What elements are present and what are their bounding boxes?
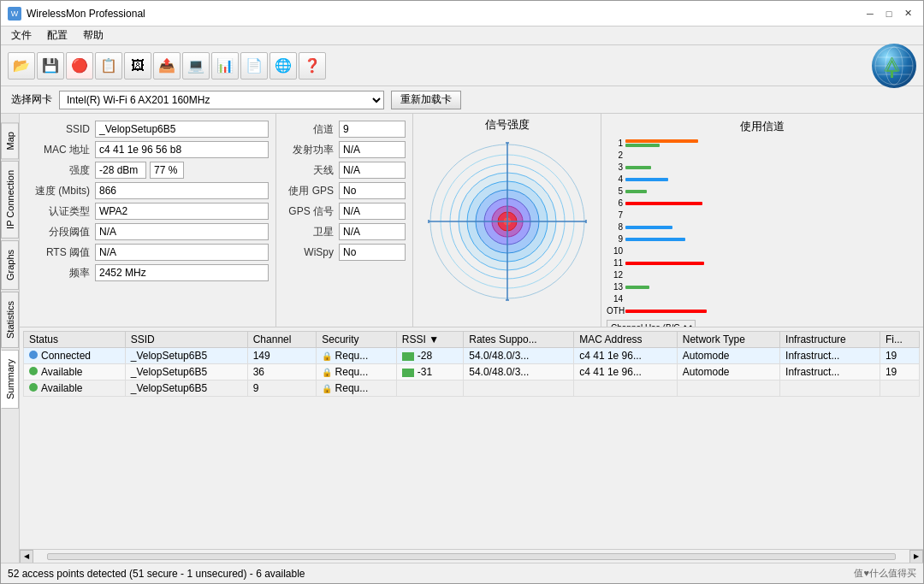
nic-row: 选择网卡 Intel(R) Wi-Fi 6 AX201 160MHz 重新加载卡 bbox=[1, 86, 923, 114]
power-row: 发射功率 N/A bbox=[283, 141, 406, 158]
status-text: 52 access points detected (51 secure - 1… bbox=[8, 568, 305, 580]
status-bar: 52 access points detected (51 secure - 1… bbox=[1, 563, 923, 583]
tb-chart-button[interactable]: 📊 bbox=[211, 52, 239, 80]
gps-label: 使用 GPS bbox=[283, 184, 339, 198]
col-fi[interactable]: Fi... bbox=[880, 332, 919, 348]
channel-row: 信道 9 bbox=[283, 121, 406, 138]
strength-dbm: -28 dBm bbox=[95, 162, 146, 179]
channel-bars bbox=[625, 298, 918, 301]
cell-fi bbox=[880, 380, 919, 397]
satellite-row: 卫星 N/A bbox=[283, 223, 406, 240]
cell-network-type: Automode bbox=[677, 364, 779, 380]
cell-rssi bbox=[396, 380, 463, 397]
mac-value: c4 41 1e 96 56 b8 bbox=[95, 141, 269, 158]
tb-pc-button[interactable]: 💻 bbox=[182, 52, 210, 80]
tab-ip-connection[interactable]: IP Connection bbox=[1, 161, 19, 239]
bar bbox=[625, 178, 668, 181]
channel-bars bbox=[625, 274, 918, 277]
minimize-button[interactable]: ─ bbox=[862, 6, 879, 21]
channel-row: 9 bbox=[607, 233, 918, 245]
menu-file[interactable]: 文件 bbox=[4, 27, 38, 44]
reload-button[interactable]: 重新加载卡 bbox=[391, 91, 461, 109]
channel-row: OTH bbox=[607, 305, 918, 316]
bar bbox=[625, 238, 685, 241]
tb-record-button[interactable]: 🔴 bbox=[66, 52, 93, 80]
mac-label: MAC 地址 bbox=[27, 143, 95, 157]
channel-row: 3 bbox=[607, 162, 918, 173]
channel-label: 14 bbox=[607, 294, 625, 304]
col-channel[interactable]: Channel bbox=[247, 332, 317, 348]
wifi-table: Status SSID Channel Security RSSI ▼ Rate… bbox=[23, 331, 920, 397]
channel-chart: 1234567891011121314OTH bbox=[607, 138, 918, 316]
col-security[interactable]: Security bbox=[317, 332, 397, 348]
globe-svg bbox=[872, 44, 916, 88]
col-status[interactable]: Status bbox=[24, 332, 126, 348]
rts-row: RTS 阈值 N/A bbox=[27, 244, 269, 261]
channel-info-value: 9 bbox=[339, 121, 406, 138]
channel-row: 1 bbox=[607, 138, 918, 149]
channel-type-select[interactable]: Channel Use (B/G bbox=[607, 320, 696, 327]
table-row: Available_VelopSetup6B59🔒 Requ... bbox=[24, 380, 920, 397]
threshold-label: 分段阈值 bbox=[27, 225, 95, 239]
strength-label: 强度 bbox=[27, 163, 95, 178]
cell-infrastructure: Infrastruct... bbox=[780, 364, 880, 380]
tab-statistics[interactable]: Statistics bbox=[1, 292, 19, 348]
cell-ssid: _VelopSetup6B5 bbox=[125, 364, 247, 380]
tb-copy-button[interactable]: 📋 bbox=[95, 52, 122, 80]
cell-security: 🔒 Requ... bbox=[317, 364, 397, 380]
nic-select[interactable]: Intel(R) Wi-Fi 6 AX201 160MHz bbox=[59, 91, 384, 109]
title-bar: W WirelessMon Professional ─ □ ✕ bbox=[1, 1, 923, 27]
satellite-value: N/A bbox=[339, 223, 406, 240]
menu-help[interactable]: 帮助 bbox=[76, 27, 110, 44]
bar bbox=[625, 166, 651, 169]
col-rssi[interactable]: RSSI ▼ bbox=[396, 332, 463, 348]
mac-row: MAC 地址 c4 41 1e 96 56 b8 bbox=[27, 141, 269, 158]
close-button[interactable]: ✕ bbox=[899, 6, 916, 21]
tb-help-button[interactable]: ❓ bbox=[299, 52, 326, 80]
wispy-value: No bbox=[339, 244, 406, 261]
channel-label: 1 bbox=[607, 139, 625, 148]
menu-config[interactable]: 配置 bbox=[40, 27, 74, 44]
col-mac[interactable]: MAC Address bbox=[574, 332, 678, 348]
horizontal-scrollbar[interactable]: ◀ ▶ bbox=[20, 549, 923, 563]
antenna-label: 天线 bbox=[283, 163, 339, 178]
lock-icon: 🔒 bbox=[322, 384, 332, 393]
channel-row: 14 bbox=[607, 293, 918, 304]
tb-image-button[interactable]: 🖼 bbox=[124, 52, 151, 80]
tb-web-button[interactable]: 🌐 bbox=[270, 52, 297, 80]
strength-pct: 77 % bbox=[150, 162, 184, 179]
col-rates[interactable]: Rates Suppo... bbox=[464, 332, 574, 348]
col-infrastructure[interactable]: Infrastructure bbox=[780, 332, 880, 348]
tb-new-button[interactable]: 📂 bbox=[8, 52, 35, 80]
channel-bars bbox=[625, 226, 918, 229]
channel-label: 7 bbox=[607, 210, 625, 220]
tab-map[interactable]: Map bbox=[1, 122, 19, 159]
cell-security: 🔒 Requ... bbox=[317, 348, 397, 364]
vertical-tabs: Map IP Connection Graphs Statistics Summ… bbox=[1, 114, 20, 563]
scroll-right-button[interactable]: ▶ bbox=[909, 550, 923, 563]
tb-doc-button[interactable]: 📄 bbox=[240, 52, 268, 80]
tb-export-button[interactable]: 📤 bbox=[153, 52, 181, 80]
lock-icon: 🔒 bbox=[322, 368, 332, 377]
bar bbox=[625, 139, 698, 143]
status-dot bbox=[29, 351, 38, 359]
channel-label: 10 bbox=[607, 246, 625, 256]
scroll-left-button[interactable]: ◀ bbox=[20, 550, 33, 563]
col-ssid[interactable]: SSID bbox=[125, 332, 247, 348]
col-network-type[interactable]: Network Type bbox=[677, 332, 779, 348]
tab-summary[interactable]: Summary bbox=[1, 350, 19, 409]
tab-graphs[interactable]: Graphs bbox=[1, 240, 19, 290]
channel-bars bbox=[625, 214, 918, 217]
channel-label: 8 bbox=[607, 222, 625, 232]
channel-label: 13 bbox=[607, 282, 625, 292]
freq-value: 2452 MHz bbox=[95, 264, 269, 281]
scroll-track[interactable] bbox=[47, 553, 896, 560]
cell-mac bbox=[574, 380, 678, 397]
maximize-button[interactable]: □ bbox=[880, 6, 897, 21]
rssi-bar bbox=[402, 352, 414, 361]
tb-save-button[interactable]: 💾 bbox=[37, 52, 64, 80]
auth-value: WPA2 bbox=[95, 203, 269, 220]
channel-label: 12 bbox=[607, 270, 625, 280]
info-section: SSID _VelopSetup6B5 MAC 地址 c4 41 1e 96 5… bbox=[20, 114, 923, 327]
wispy-row: WiSpy No bbox=[283, 244, 406, 261]
